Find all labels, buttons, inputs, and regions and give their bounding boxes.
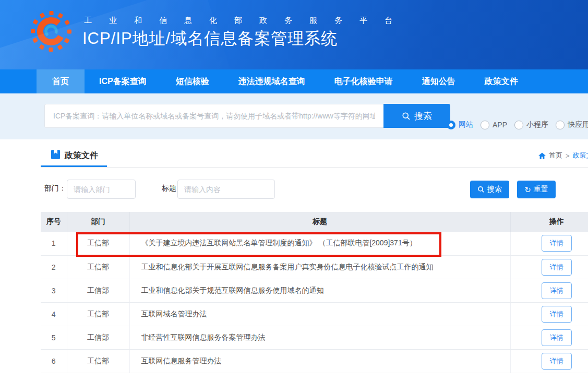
nav-item-e-verify-apply[interactable]: 电子化核验申请 [320,69,407,93]
row-dept: 工信部 [67,302,129,326]
breadcrumb-home-link[interactable]: 首页 [549,151,562,160]
table-row: 4 工信部 互联网域名管理办法 详情 [41,302,588,326]
dept-filter-label: 部门： [44,184,66,193]
radio-selected-icon [447,121,455,129]
search-button-label: 搜索 [414,110,432,122]
radio-unselected-icon [514,121,523,129]
policy-section-head: 政策文件 首页 > 政策文件 [0,139,588,168]
breadcrumb-separator: > [566,152,570,160]
radio-unselected-icon [481,121,489,129]
row-no: 2 [41,255,67,279]
detail-button[interactable]: 详情 [542,259,572,276]
radio-mini-program[interactable]: 小程序 [514,120,548,129]
detail-button[interactable]: 详情 [542,353,572,370]
row-no: 3 [41,279,67,302]
table-row: 5 工信部 非经营性互联网信息服务备案管理办法 详情 [41,326,588,349]
table-row: 6 工信部 互联网信息服务管理办法 详情 [41,349,588,373]
search-icon [402,112,411,121]
col-header-dept: 部门 [67,212,129,232]
table-row: 1 工信部 《关于建立境内违法互联网站黑名单管理制度的通知》 （工信部联电管[2… [41,232,588,255]
nav-item-icp-query[interactable]: ICP备案查询 [85,69,161,93]
page: 工业和信息化部政务服务平台 ICP/IP地址/域名信息备案管理系统 首页 ICP… [0,0,588,392]
icp-search-input[interactable] [44,104,383,128]
breadcrumb-current[interactable]: 政策文件 [573,151,588,160]
row-no: 1 [41,232,67,255]
row-dept: 工信部 [67,255,129,279]
header-title: ICP/IP地址/域名信息备案管理系统 [82,28,338,50]
header-subtitle: 工业和信息化部政务服务平台 [84,16,410,26]
col-header-title: 标题 [129,212,510,232]
col-header-op: 操作 [510,212,588,232]
row-dept: 工信部 [67,279,129,302]
title-filter-input[interactable] [177,180,275,199]
row-no: 4 [41,302,67,326]
icp-search-button[interactable]: 搜索 [383,104,450,128]
filter-search-label: 搜索 [487,185,502,194]
detail-button[interactable]: 详情 [542,306,572,323]
row-dept: 工信部 [67,349,129,373]
filter-reset-label: 重置 [534,185,548,194]
miit-logo-icon [30,10,72,52]
nav-item-announcements[interactable]: 通知公告 [407,69,470,93]
nav-item-sms-verify[interactable]: 短信核验 [161,69,224,93]
radio-app[interactable]: APP [481,121,507,129]
detail-button[interactable]: 详情 [542,282,572,299]
row-no: 5 [41,326,67,349]
main-nav: 首页 ICP备案查询 短信核验 违法违规域名查询 电子化核验申请 通知公告 政策… [0,69,588,93]
nav-item-illegal-domain-query[interactable]: 违法违规域名查询 [224,69,320,93]
row-title: 互联网域名管理办法 [129,302,510,326]
detail-button[interactable]: 详情 [542,329,572,346]
row-title: 非经营性互联网信息服务备案管理办法 [129,326,510,349]
dept-filter-input[interactable] [67,180,136,199]
col-header-no: 序号 [41,212,67,232]
row-dept: 工信部 [67,232,129,255]
row-dept: 工信部 [67,326,129,349]
table-row: 3 工信部 工业和信息化部关于规范互联网信息服务使用域名的通知 详情 [41,279,588,302]
row-title: 工业和信息化部关于开展互联网信息服务备案用户真实身份信息电子化核验试点工作的通知 [129,255,510,279]
detail-button[interactable]: 详情 [542,235,572,252]
table-header-row: 序号 部门 标题 操作 [41,212,588,232]
filter-search-button[interactable]: 搜索 [470,181,509,198]
filter-row: 部门： 标题： 搜索 ↻ 重置 [0,168,588,212]
icp-search-strip: 搜索 网站 APP 小程序 快应用 [0,93,588,139]
site-header: 工业和信息化部政务服务平台 ICP/IP地址/域名信息备案管理系统 [0,0,588,69]
home-icon [538,152,546,159]
section-title: 政策文件 [65,150,98,161]
radio-website[interactable]: 网站 [447,120,473,129]
filter-reset-button[interactable]: ↻ 重置 [517,181,556,198]
row-no: 6 [41,349,67,373]
policy-table: 序号 部门 标题 操作 1 工信部 《关于建立境内违法互联网站黑名单管理制度的通… [41,212,588,373]
row-title: 《关于建立境内违法互联网站黑名单管理制度的通知》 （工信部联电管[2009]37… [129,232,510,255]
radio-quick-app-label: 快应用 [568,120,588,129]
search-type-radio-group: 网站 APP 小程序 快应用 [447,120,588,129]
table-row: 2 工信部 工业和信息化部关于开展互联网信息服务备案用户真实身份信息电子化核验试… [41,255,588,279]
radio-mini-program-label: 小程序 [526,120,548,129]
radio-unselected-icon [556,121,565,129]
policy-book-icon [51,150,60,159]
section-divider [41,167,588,168]
nav-item-policy-files[interactable]: 政策文件 [470,69,533,93]
row-title: 互联网信息服务管理办法 [129,349,510,373]
radio-website-label: 网站 [459,120,473,129]
reset-icon: ↻ [524,186,531,194]
row-title: 工业和信息化部关于规范互联网信息服务使用域名的通知 [129,279,510,302]
nav-item-home[interactable]: 首页 [37,69,85,93]
breadcrumb: 首页 > 政策文件 [538,151,588,160]
search-icon [477,186,485,193]
icp-search-box: 搜索 [44,104,450,128]
radio-app-label: APP [493,121,507,129]
radio-quick-app[interactable]: 快应用 [556,120,588,129]
